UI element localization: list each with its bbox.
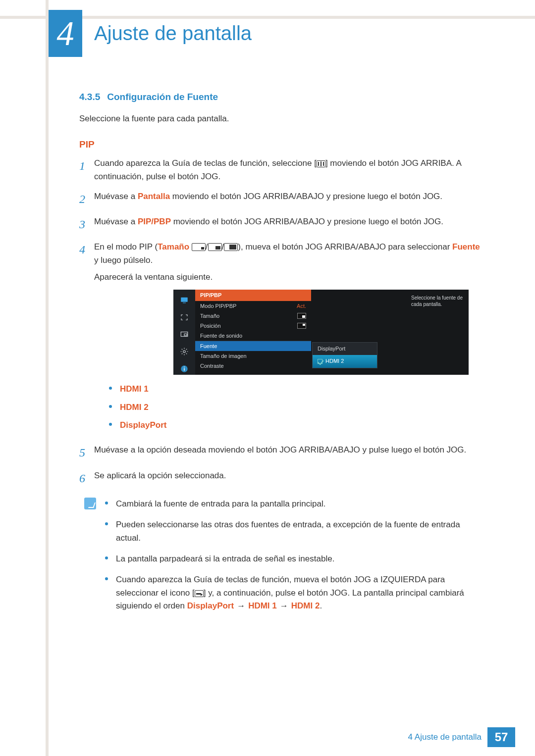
chapter-number-box: 4 — [49, 10, 82, 57]
step-1: 1 Cuando aparezca la Guía de teclas de f… — [79, 157, 485, 183]
osd-row-source: Fuente — [195, 341, 311, 351]
pip-position-value-icon — [297, 323, 306, 329]
step-number: 1 — [79, 157, 94, 183]
arrow-icon: → — [280, 600, 288, 612]
note-list: Cambiará la fuente de entrada para la pa… — [105, 498, 485, 620]
highlight: Pantalla — [138, 192, 170, 201]
osd-source-option-selected: HDMI 2 — [313, 355, 377, 367]
source-icon — [195, 590, 204, 597]
osd-picture-icon — [178, 294, 191, 306]
intro-text: Seleccione la fuente para cada pantalla. — [79, 112, 485, 125]
step-text: Muévase a Pantalla moviendo el botón JOG… — [94, 190, 485, 203]
osd-settings-icon — [178, 346, 191, 358]
menu-icon — [317, 160, 325, 167]
source-option: HDMI 1 — [109, 383, 485, 396]
note-item: Pueden seleccionarse las otras dos fuent… — [105, 518, 485, 545]
highlight: PIP/PBP — [138, 217, 171, 226]
step-text: Se aplicará la opción seleccionada. — [94, 469, 485, 482]
osd-row-size: Tamaño — [195, 311, 311, 321]
osd-info-icon — [178, 363, 191, 375]
svg-rect-3 — [184, 334, 187, 336]
osd-title: PIP/PBP — [195, 290, 311, 301]
osd-menu: PIP/PBP Modo PIP/PBPAct. Tamaño Posición… — [173, 290, 469, 375]
pip-size-small-icon — [192, 243, 206, 251]
osd-pip-icon — [178, 328, 191, 341]
pip-size-medium-icon — [208, 243, 222, 251]
svg-rect-0 — [181, 298, 188, 302]
section-heading: 4.3.5Configuración de Fuente — [79, 92, 485, 102]
osd-description: Seleccione la fuente de cada pantalla. — [411, 295, 465, 307]
step-2: 2 Muévase a Pantalla moviendo el botón J… — [79, 190, 485, 208]
osd-main: PIP/PBP Modo PIP/PBPAct. Tamaño Posición… — [195, 290, 311, 375]
pip-size-large-icon — [224, 243, 238, 251]
osd-row-sound: Fuente de sonido — [195, 331, 311, 341]
osd-source-option: DisplayPort — [313, 343, 377, 355]
svg-rect-7 — [184, 367, 185, 368]
osd-sidebar — [173, 290, 195, 375]
note-icon — [84, 498, 96, 509]
note-item: La pantalla parpadeará si la entrada de … — [105, 553, 485, 565]
step-3: 3 Muévase a PIP/PBP moviendo el botón JO… — [79, 215, 485, 234]
step-number: 5 — [79, 444, 94, 462]
note-item: Cambiará la fuente de entrada para la pa… — [105, 498, 485, 510]
step-number: 3 — [79, 215, 94, 234]
source-options-list: HDMI 1 HDMI 2 DisplayPort — [94, 383, 485, 432]
content-area: 4.3.5Configuración de Fuente Seleccione … — [79, 92, 485, 620]
svg-rect-1 — [183, 302, 186, 303]
check-icon — [318, 359, 322, 364]
step-after: Aparecerá la ventana siguiente. — [94, 271, 485, 284]
section-number: 4.3.5 — [79, 92, 100, 102]
footer: 4 Ajuste de pantalla 57 — [0, 727, 535, 747]
osd-screen-icon — [178, 311, 191, 323]
osd-row-mode: Modo PIP/PBPAct. — [195, 301, 311, 311]
highlight: Fuente — [452, 242, 480, 252]
footer-page-number: 57 — [487, 727, 515, 747]
source-option: HDMI 2 — [109, 401, 485, 414]
step-text: Muévase a PIP/PBP moviendo el botón JOG … — [94, 215, 485, 228]
pip-heading: PIP — [79, 139, 485, 150]
arrow-icon: → — [237, 600, 245, 612]
osd-row-imagesize: Tamaño de imagen — [195, 351, 311, 361]
pip-size-value-icon — [297, 313, 306, 319]
step-4: 4 En el modo PIP (Tamaño //), mueva el b… — [79, 241, 485, 437]
steps-list: 1 Cuando aparezca la Guía de teclas de f… — [79, 157, 485, 488]
footer-label: 4 Ajuste de pantalla — [408, 732, 482, 742]
source-option: DisplayPort — [109, 419, 485, 432]
step-number: 4 — [79, 241, 94, 437]
note-item: Cuando aparezca la Guía de teclas de fun… — [105, 573, 485, 612]
step-number: 2 — [79, 190, 94, 208]
step-text: En el modo PIP (Tamaño //), mueva el bot… — [94, 241, 485, 267]
highlight: Tamaño — [158, 242, 189, 252]
osd-source-dropdown: DisplayPort HDMI 2 — [312, 342, 377, 368]
step-6: 6 Se aplicará la opción seleccionada. — [79, 469, 485, 488]
step-text: Cuando aparezca la Guía de teclas de fun… — [94, 157, 485, 183]
chapter-title: Ajuste de pantalla — [94, 22, 252, 45]
chapter-number: 4 — [57, 14, 74, 53]
svg-point-4 — [183, 351, 186, 353]
osd-row-contrast: Contraste — [195, 361, 311, 371]
step-5: 5 Muévase a la opción deseada moviendo e… — [79, 444, 485, 462]
section-title: Configuración de Fuente — [107, 92, 218, 102]
step-text: Muévase a la opción deseada moviendo el … — [94, 444, 485, 456]
osd-row-position: Posición — [195, 321, 311, 331]
note-block: Cambiará la fuente de entrada para la pa… — [79, 498, 485, 620]
svg-rect-6 — [184, 368, 185, 371]
step-number: 6 — [79, 469, 94, 488]
side-rule — [46, 0, 49, 756]
